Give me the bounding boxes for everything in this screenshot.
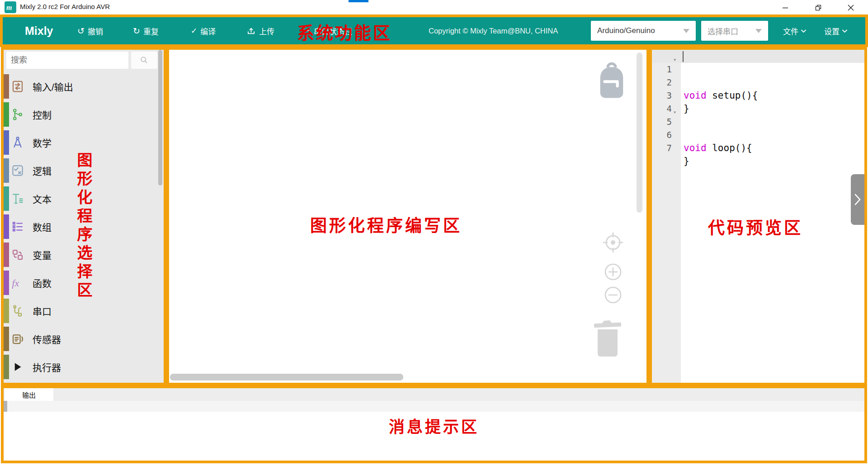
mixly-logo-icon: m xyxy=(5,1,16,13)
chevron-down-icon xyxy=(755,29,762,33)
blockly-workspace[interactable]: 图形化程序编写区 xyxy=(166,47,649,385)
category-color-bar xyxy=(4,102,9,127)
compile-button[interactable]: ✓ 编译 xyxy=(191,17,216,44)
annotation-output: 消息提示区 xyxy=(389,414,479,437)
output-tab[interactable]: 输出 xyxy=(5,388,53,401)
svg-text:fx: fx xyxy=(12,278,19,289)
code-preview-panel: 1 ▾ void setup(){ 2 3 } 4 5 ▾ void loop(… xyxy=(649,47,867,385)
port-select[interactable]: 选择串口 xyxy=(701,21,768,41)
chevron-down-icon xyxy=(801,29,807,33)
sidebar-item-serial[interactable]: 串口 xyxy=(4,297,164,325)
category-color-bar xyxy=(4,158,9,183)
control-icon xyxy=(11,108,24,121)
category-color-bar xyxy=(4,243,9,267)
sidebar-item-text[interactable]: 文本 xyxy=(4,185,164,213)
sidebar-item-math[interactable]: 数学 xyxy=(4,128,164,157)
category-color-bar xyxy=(4,214,9,239)
category-label: 传感器 xyxy=(33,332,61,346)
serial-status-button[interactable]: 串口状态栏 xyxy=(302,17,352,44)
minimize-button[interactable] xyxy=(775,2,796,14)
logic-icon xyxy=(11,164,24,177)
category-color-bar xyxy=(4,271,9,295)
sidebar-item-io[interactable]: 输入/输出 xyxy=(4,72,164,100)
io-icon xyxy=(11,80,24,93)
zoom-out-button[interactable] xyxy=(603,285,623,305)
math-icon xyxy=(11,136,24,149)
crosshair-icon xyxy=(600,230,626,255)
search-button[interactable] xyxy=(131,52,157,69)
serial-status-label: 串口状态栏 xyxy=(314,25,352,37)
redo-label: 重复 xyxy=(143,25,159,37)
center-view-button[interactable] xyxy=(600,230,626,255)
canvas-horizontal-scrollbar[interactable] xyxy=(170,374,403,380)
sidebar-item-array[interactable]: 数组 xyxy=(4,213,164,241)
file-menu[interactable]: 文件 xyxy=(783,17,807,44)
redo-icon: ↻ xyxy=(133,27,140,35)
canvas-vertical-scrollbar[interactable] xyxy=(637,52,642,213)
window-title: Mixly 2.0 rc2 For Arduino AVR xyxy=(20,3,110,10)
svg-text:m: m xyxy=(6,4,12,11)
category-label: 串口 xyxy=(33,304,52,318)
upload-label: 上传 xyxy=(259,25,274,37)
serial-icon xyxy=(11,304,24,318)
category-label: 函数 xyxy=(33,276,52,290)
upload-button[interactable]: 上传 xyxy=(246,17,274,44)
category-label: 变量 xyxy=(33,248,52,262)
plus-icon xyxy=(603,262,623,282)
brand-label: Mixly xyxy=(25,24,53,38)
category-color-bar xyxy=(4,355,9,379)
backpack-icon[interactable] xyxy=(596,59,627,102)
compile-label: 编译 xyxy=(200,25,216,37)
sidebar-item-function[interactable]: fx 函数 xyxy=(4,269,164,297)
trash-icon[interactable] xyxy=(593,318,623,360)
mixly-window: m Mixly 2.0 rc2 For Arduino AVR Mixly ↺ … xyxy=(0,0,868,466)
output-console[interactable] xyxy=(4,401,864,412)
undo-button[interactable]: ↺ 撤销 xyxy=(77,17,103,44)
toolbar-region: Mixly ↺ 撤销 ↻ 重复 ✓ 编译 上传 串口状态栏 xyxy=(0,14,868,47)
search-icon xyxy=(139,55,149,65)
actuator-icon xyxy=(11,360,24,374)
port-select-value: 选择串口 xyxy=(708,25,738,37)
blue-accent-bar xyxy=(349,0,368,2)
settings-menu-label: 设置 xyxy=(824,25,840,37)
sidebar-item-sensor[interactable]: 传感器 xyxy=(4,325,164,353)
title-bar: m Mixly 2.0 rc2 For Arduino AVR xyxy=(0,0,868,14)
board-select[interactable]: Arduino/Genuino xyxy=(591,21,696,41)
zoom-in-button[interactable] xyxy=(603,262,623,282)
code-text: loop(){ xyxy=(707,143,752,153)
file-menu-label: 文件 xyxy=(783,25,798,37)
copyright-text: Copyright © Mixly Team@BNU, CHINA xyxy=(429,17,558,44)
upload-icon xyxy=(246,26,256,36)
output-region: 输出 消息提示区 xyxy=(1,385,867,463)
undo-icon: ↺ xyxy=(77,27,85,35)
chevron-down-icon xyxy=(683,29,689,33)
code-keyword: void xyxy=(684,143,707,153)
output-tab-strip xyxy=(4,388,864,401)
chevron-down-icon xyxy=(842,29,848,33)
array-icon xyxy=(11,220,24,233)
settings-menu[interactable]: 设置 xyxy=(824,17,848,44)
annotation-code: 代码预览区 xyxy=(708,214,803,239)
expand-panel-button[interactable] xyxy=(851,174,864,225)
category-label: 文本 xyxy=(33,192,52,205)
sidebar-item-logic[interactable]: 逻辑 xyxy=(4,157,164,185)
category-color-bar xyxy=(4,130,9,155)
category-color-bar xyxy=(4,327,9,351)
text-icon xyxy=(11,192,24,205)
sidebar-item-variable[interactable]: 变量 xyxy=(4,241,164,269)
sidebar-item-control[interactable]: 控制 xyxy=(4,100,164,128)
category-color-bar xyxy=(4,299,9,323)
close-button[interactable] xyxy=(840,2,861,14)
sidebar-item-actuator[interactable]: 执行器 xyxy=(4,353,164,381)
category-color-bar xyxy=(4,74,9,99)
output-tab-label: 输出 xyxy=(22,390,36,399)
category-label: 数组 xyxy=(33,220,52,233)
line-number: 7 xyxy=(652,142,672,155)
search-input[interactable] xyxy=(6,52,128,69)
redo-button[interactable]: ↻ 重复 xyxy=(133,17,159,44)
restore-button[interactable] xyxy=(808,2,829,14)
board-select-value: Arduino/Genuino xyxy=(597,26,655,35)
mixly-menu-button[interactable]: Mixly xyxy=(25,17,53,44)
category-label: 逻辑 xyxy=(33,164,52,177)
output-scrollbar[interactable] xyxy=(4,401,7,412)
